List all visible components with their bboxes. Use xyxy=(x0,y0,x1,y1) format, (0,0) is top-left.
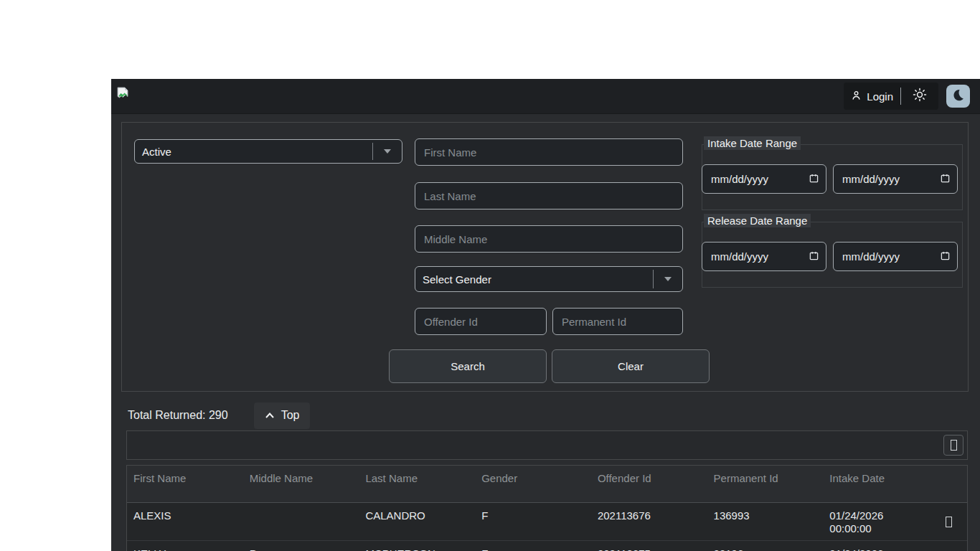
release-start-date-input[interactable]: mm/dd/yyyy xyxy=(702,242,826,271)
light-theme-button[interactable] xyxy=(908,85,931,107)
cell-last-name: CALANDRO xyxy=(359,503,475,540)
cell-offender-id: 202113676 xyxy=(591,503,707,540)
grid-header-row: First Name Middle Name Last Name Gender … xyxy=(127,466,967,503)
results-summary-bar: Total Returned: 290 Top xyxy=(128,402,310,429)
top-navbar: Login xyxy=(111,79,980,114)
row-action-button[interactable] xyxy=(930,503,967,540)
release-end-date-input[interactable]: mm/dd/yyyy xyxy=(833,242,958,271)
intake-date-range-label: Intake Date Range xyxy=(704,136,801,150)
search-form-panel: Active Select Gender Search Clear Intake… xyxy=(121,122,969,392)
moon-icon xyxy=(951,88,965,105)
gender-select-value: Select Gender xyxy=(415,267,653,291)
navbar-right-group: Login xyxy=(844,83,970,110)
status-select[interactable]: Active xyxy=(134,139,402,164)
cell-permanent-id: 136993 xyxy=(707,503,824,540)
scroll-top-button[interactable]: Top xyxy=(254,402,311,429)
cell-middle-name xyxy=(243,503,359,540)
header-permanent-id[interactable]: Permanent Id xyxy=(707,466,824,502)
total-returned-label: Total Returned: 290 xyxy=(128,409,228,422)
status-select-value: Active xyxy=(135,140,372,163)
login-button[interactable]: Login xyxy=(851,90,893,103)
calendar-icon xyxy=(941,250,950,263)
header-gender[interactable]: Gender xyxy=(475,466,591,502)
missing-glyph-icon xyxy=(951,440,957,451)
sun-icon xyxy=(913,88,927,105)
header-last-name[interactable]: Last Name xyxy=(359,466,475,502)
app-window: Login xyxy=(111,79,980,551)
header-offender-id[interactable]: Offender Id xyxy=(591,466,707,502)
header-first-name[interactable]: First Name xyxy=(127,466,243,502)
cell-middle-name: P xyxy=(243,541,359,551)
clear-button[interactable]: Clear xyxy=(552,349,710,383)
table-row[interactable]: ALEXIS CALANDRO F 202113676 136993 01/24… xyxy=(127,503,967,541)
missing-glyph-icon xyxy=(946,517,952,527)
first-name-input[interactable] xyxy=(415,138,683,166)
navbar-divider xyxy=(900,88,901,105)
cell-first-name: KELLY xyxy=(127,541,243,551)
date-placeholder: mm/dd/yyyy xyxy=(711,173,768,185)
chevron-up-icon xyxy=(265,409,275,422)
intake-start-date-input[interactable]: mm/dd/yyyy xyxy=(702,164,826,194)
cell-offender-id: 202113675 xyxy=(591,541,707,551)
calendar-icon xyxy=(809,250,819,263)
intake-date-range-fieldset: Intake Date Range mm/dd/yyyy mm/dd/yyyy xyxy=(702,144,963,210)
broken-image-icon xyxy=(117,87,131,103)
chevron-down-icon xyxy=(373,140,402,163)
search-button[interactable]: Search xyxy=(389,349,547,383)
header-intake-date[interactable]: Intake Date xyxy=(823,466,939,502)
middle-name-input[interactable] xyxy=(415,225,683,253)
release-date-range-fieldset: Release Date Range mm/dd/yyyy mm/dd/yyyy xyxy=(702,222,963,288)
header-action-column xyxy=(939,466,967,502)
results-grid: First Name Middle Name Last Name Gender … xyxy=(126,465,968,551)
row-action-button[interactable] xyxy=(930,541,967,551)
person-icon xyxy=(851,90,862,103)
chevron-down-icon xyxy=(654,267,682,291)
login-label: Login xyxy=(867,90,893,103)
cell-last-name: MCPHERSON xyxy=(359,541,475,551)
last-name-input[interactable] xyxy=(415,182,683,209)
cell-intake-date: 01/24/2026 00:00:00 xyxy=(823,503,930,540)
permanent-id-input[interactable] xyxy=(552,308,683,335)
scroll-top-label: Top xyxy=(281,409,300,422)
table-row[interactable]: KELLY P MCPHERSON F 202113675 23196 01/2… xyxy=(127,541,967,551)
cell-first-name: ALEXIS xyxy=(127,503,243,540)
cell-permanent-id: 23196 xyxy=(707,541,824,551)
cell-intake-date: 01/24/2026 xyxy=(823,541,930,551)
date-placeholder: mm/dd/yyyy xyxy=(842,250,900,263)
cell-gender: F xyxy=(475,503,591,540)
gender-select[interactable]: Select Gender xyxy=(415,266,683,292)
header-middle-name[interactable]: Middle Name xyxy=(243,466,359,502)
intake-end-date-input[interactable]: mm/dd/yyyy xyxy=(833,164,958,194)
offender-id-input[interactable] xyxy=(415,308,547,335)
date-placeholder: mm/dd/yyyy xyxy=(711,250,768,263)
calendar-icon xyxy=(941,173,950,185)
grid-toolbar xyxy=(126,430,968,460)
calendar-icon xyxy=(809,173,819,185)
cell-gender: F xyxy=(475,541,591,551)
date-placeholder: mm/dd/yyyy xyxy=(842,173,900,185)
release-date-range-label: Release Date Range xyxy=(704,214,811,227)
dark-theme-button[interactable] xyxy=(946,85,970,108)
login-theme-cluster: Login xyxy=(844,83,938,110)
grid-toolbar-button[interactable] xyxy=(943,435,963,456)
